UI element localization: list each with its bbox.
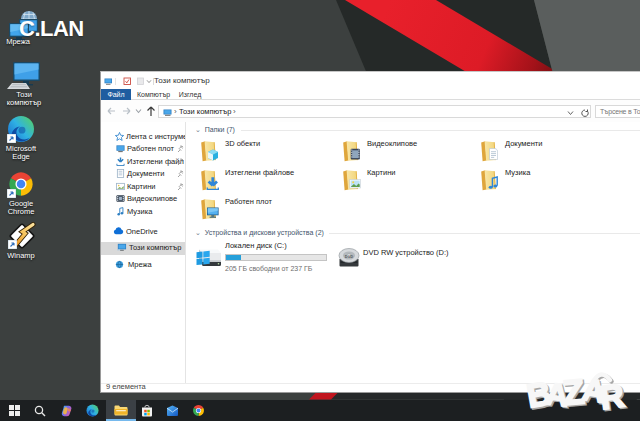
- svg-text:DVD: DVD: [345, 254, 354, 259]
